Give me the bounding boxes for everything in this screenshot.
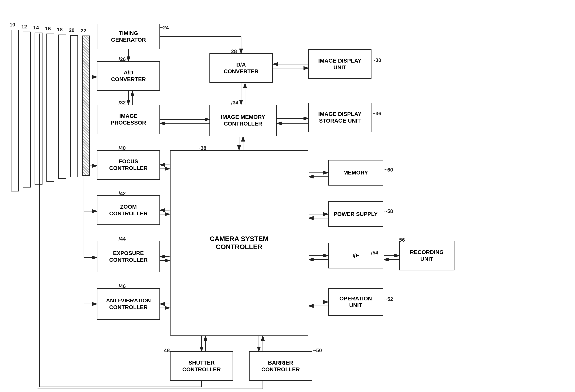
barrier-controller-block: BARRIERCONTROLLER bbox=[249, 351, 312, 381]
sensor-12-label: 12 bbox=[21, 24, 27, 30]
sensor-20-label: 20 bbox=[69, 27, 74, 33]
image-display-storage-block: IMAGE DISPLAYSTORAGE UNIT bbox=[308, 103, 371, 132]
operation-unit-block: OPERATIONUNIT bbox=[328, 288, 383, 316]
zoom-controller-ref: /42 bbox=[119, 191, 126, 196]
sensor-20 bbox=[70, 35, 78, 177]
image-display-storage-label: IMAGE DISPLAYSTORAGE UNIT bbox=[318, 111, 361, 124]
sensor-10-label: 10 bbox=[9, 22, 15, 28]
block-diagram: 10 12 14 16 18 20 22 TIMINGGENERATOR ~24… bbox=[0, 0, 575, 392]
recording-unit-block: RECORDINGUNIT bbox=[399, 241, 455, 270]
barrier-controller-ref: ~50 bbox=[313, 348, 322, 353]
anti-vibration-label: ANTI-VIBRATIONCONTROLLER bbox=[106, 297, 151, 310]
operation-unit-label: OPERATIONUNIT bbox=[339, 295, 372, 308]
image-display-unit-block: IMAGE DISPLAYUNIT bbox=[308, 49, 371, 79]
camera-system-controller-label: CAMERA SYSTEMCONTROLLER bbox=[210, 235, 268, 251]
exposure-controller-block: EXPOSURECONTROLLER bbox=[97, 241, 160, 272]
sensor-22-label: 22 bbox=[81, 28, 86, 34]
image-display-storage-ref: ~36 bbox=[372, 110, 381, 117]
shutter-controller-label: SHUTTERCONTROLLER bbox=[182, 359, 221, 373]
sensor-16 bbox=[47, 34, 54, 182]
camera-system-controller-block: CAMERA SYSTEMCONTROLLER bbox=[170, 150, 308, 336]
if-ref: /54 bbox=[371, 250, 378, 256]
da-converter-label: D/ACONVERTER bbox=[224, 61, 259, 75]
anti-vibration-block: ANTI-VIBRATIONCONTROLLER bbox=[97, 288, 160, 320]
if-label: I/F bbox=[353, 252, 359, 259]
image-processor-label: IMAGEPROCESSOR bbox=[111, 113, 146, 126]
timing-generator-block: TIMINGGENERATOR bbox=[97, 24, 160, 49]
memory-ref: ~60 bbox=[384, 167, 393, 173]
ad-converter-ref: /26 bbox=[119, 56, 126, 62]
focus-controller-block: FOCUSCONTROLLER bbox=[97, 150, 160, 180]
exposure-controller-label: EXPOSURECONTROLLER bbox=[109, 250, 148, 263]
sensor-18 bbox=[58, 35, 66, 179]
recording-unit-label: RECORDINGUNIT bbox=[410, 249, 444, 262]
timing-generator-label: TIMINGGENERATOR bbox=[111, 30, 146, 43]
timing-generator-ref: ~24 bbox=[160, 25, 169, 31]
anti-vibration-ref: /46 bbox=[119, 283, 126, 289]
shutter-controller-ref: 48 bbox=[164, 348, 170, 353]
image-memory-controller-label: IMAGE MEMORYCONTROLLER bbox=[221, 114, 265, 127]
sensor-14 bbox=[35, 33, 43, 185]
image-processor-block: IMAGEPROCESSOR bbox=[97, 105, 160, 134]
memory-label: MEMORY bbox=[343, 169, 368, 176]
image-processor-ref: /32 bbox=[119, 100, 126, 106]
power-supply-label: POWER SUPPLY bbox=[334, 211, 378, 218]
barrier-controller-label: BARRIERCONTROLLER bbox=[262, 359, 300, 373]
shutter-controller-block: SHUTTERCONTROLLER bbox=[170, 351, 233, 381]
power-supply-ref: ~58 bbox=[384, 208, 393, 214]
sensor-16-label: 16 bbox=[45, 26, 51, 32]
power-supply-block: POWER SUPPLY bbox=[328, 201, 383, 227]
zoom-controller-label: ZOOMCONTROLLER bbox=[109, 203, 148, 217]
image-display-unit-ref: ~30 bbox=[372, 57, 381, 63]
image-memory-controller-block: IMAGE MEMORYCONTROLLER bbox=[210, 105, 277, 136]
zoom-controller-block: ZOOMCONTROLLER bbox=[97, 196, 160, 225]
sensor-12 bbox=[23, 32, 31, 188]
sensor-14-label: 14 bbox=[33, 25, 39, 31]
sensor-18-label: 18 bbox=[57, 27, 63, 33]
ad-converter-block: A/DCONVERTER bbox=[97, 61, 160, 91]
memory-block: MEMORY bbox=[328, 160, 383, 186]
focus-controller-ref: /40 bbox=[119, 145, 126, 151]
focus-controller-label: FOCUSCONTROLLER bbox=[109, 158, 148, 171]
recording-unit-ref: 56 bbox=[399, 237, 405, 243]
image-display-unit-label: IMAGE DISPLAYUNIT bbox=[318, 57, 361, 71]
ad-converter-label: A/DCONVERTER bbox=[111, 69, 146, 83]
da-converter-ref: 28 bbox=[231, 48, 237, 54]
da-converter-block: D/ACONVERTER bbox=[210, 53, 273, 83]
operation-unit-ref: ~52 bbox=[384, 296, 393, 302]
sensor-10 bbox=[11, 30, 19, 192]
sensor-22 bbox=[82, 36, 90, 176]
image-memory-controller-ref: /34 bbox=[231, 100, 238, 106]
camera-system-controller-ref: ~38 bbox=[198, 145, 206, 151]
exposure-controller-ref: /44 bbox=[119, 236, 126, 242]
